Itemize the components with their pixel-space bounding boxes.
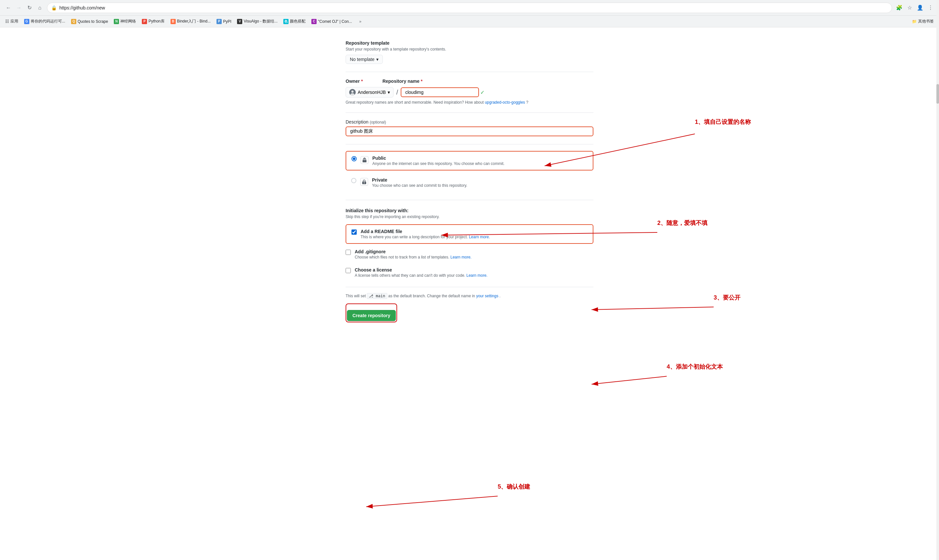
profile-button[interactable]: 👤 xyxy=(916,3,925,12)
license-text: Choose a license A license tells others … xyxy=(355,267,593,278)
template-section-title: Repository template xyxy=(346,40,593,46)
browser-toolbar: ← → ↻ ⌂ 🔒 https://github.com/new 🧩 ☆ 👤 ⋮ xyxy=(0,0,939,15)
bookmark-6-icon: P xyxy=(217,19,222,24)
bookmark-9[interactable]: C "Comet OJ" | Con... xyxy=(309,18,354,25)
svg-point-1 xyxy=(351,91,354,93)
reload-button[interactable]: ↻ xyxy=(25,3,34,12)
readme-checkbox[interactable] xyxy=(351,229,357,235)
bookmark-6[interactable]: P PyPI xyxy=(214,18,234,25)
page-content: Repository template Start your repositor… xyxy=(0,28,939,560)
init-section: Initialize this repository with: Skip th… xyxy=(346,208,593,322)
gitignore-title: Add .gitignore xyxy=(355,249,593,254)
bookmark-3[interactable]: N 神经网络 xyxy=(111,17,139,25)
readme-option[interactable]: Add a README file This is where you can … xyxy=(346,224,593,244)
gitignore-text: Add .gitignore Choose which files not to… xyxy=(355,249,593,260)
repo-hint-text: Great repository names are short and mem… xyxy=(346,100,593,105)
create-repository-button[interactable]: Create repository xyxy=(347,310,396,321)
bookmark-1-icon: G xyxy=(24,19,29,24)
bookmark-2[interactable]: Q Quotes to Scrape xyxy=(68,18,111,25)
divider-2 xyxy=(346,112,593,113)
bookmark-6-label: PyPI xyxy=(223,19,231,24)
license-checkbox[interactable] xyxy=(346,268,351,273)
owner-chevron-icon: ▾ xyxy=(388,90,390,95)
scrollbar[interactable] xyxy=(936,0,939,560)
description-label: Description (optional) xyxy=(346,119,593,125)
template-btn-label: No template xyxy=(350,57,374,62)
bookmark-8-label: 颜色搭配 xyxy=(290,18,305,24)
bookmarks-bar: ☷ 应用 G 将你的代码运行可... Q Quotes to Scrape N … xyxy=(0,15,939,28)
folder-icon: 📁 xyxy=(912,19,917,24)
gitignore-checkbox[interactable] xyxy=(346,250,351,255)
star-button[interactable]: ☆ xyxy=(905,3,914,12)
readme-learn-more[interactable]: Learn more. xyxy=(469,235,490,239)
owner-label: Owner * xyxy=(346,78,363,84)
bookmark-5[interactable]: B Binder入门 - Bind... xyxy=(168,17,213,25)
bookmark-5-icon: B xyxy=(171,19,176,24)
owner-dropdown[interactable]: AndersonHJB ▾ xyxy=(346,87,394,97)
private-radio[interactable] xyxy=(351,178,356,183)
template-section-subtitle: Start your repository with a template re… xyxy=(346,47,593,51)
repo-label: Repository name * xyxy=(382,78,423,84)
gitignore-option[interactable]: Add .gitignore Choose which files not to… xyxy=(346,246,593,262)
bookmarks-more[interactable]: » xyxy=(357,18,364,25)
bookmark-3-icon: N xyxy=(114,19,119,24)
owner-section: Owner * Repository name * xyxy=(346,78,593,105)
divider-1 xyxy=(346,72,593,72)
public-radio[interactable] xyxy=(351,156,357,162)
bookmark-9-label: "Comet OJ" | Con... xyxy=(318,19,352,24)
license-title: Choose a license xyxy=(355,267,593,272)
public-desc: Anyone on the internet can see this repo… xyxy=(373,162,588,166)
bookmark-4-icon: P xyxy=(142,19,147,24)
menu-button[interactable]: ⋮ xyxy=(926,3,935,12)
bookmark-2-label: Quotes to Scrape xyxy=(78,19,108,24)
bookmark-4-label: Python库 xyxy=(148,18,164,24)
scrollbar-thumb[interactable] xyxy=(936,84,939,104)
private-option[interactable]: Private You choose who can see and commi… xyxy=(346,173,593,192)
bookmark-1[interactable]: G 将你的代码运行可... xyxy=(22,17,68,25)
back-button[interactable]: ← xyxy=(4,3,13,12)
public-option[interactable]: Public Anyone on the internet can see th… xyxy=(346,151,593,171)
settings-link[interactable]: your settings xyxy=(476,294,498,298)
description-input[interactable] xyxy=(346,126,593,136)
license-desc: A license tells others what they can and… xyxy=(355,273,593,278)
license-option[interactable]: Choose a license A license tells others … xyxy=(346,265,593,280)
bookmark-apps-label: 应用 xyxy=(11,18,18,24)
bookmark-3-label: 神经网络 xyxy=(120,18,136,24)
private-text: Private You choose who can see and commi… xyxy=(372,177,588,188)
divider-5 xyxy=(346,287,593,287)
bookmark-1-label: 将你的代码运行可... xyxy=(31,18,65,24)
private-icon xyxy=(360,178,368,186)
init-title: Initialize this repository with: xyxy=(346,208,593,213)
init-subtitle: Skip this step if you're importing an ex… xyxy=(346,214,593,219)
address-bar[interactable]: 🔒 https://github.com/new xyxy=(47,3,892,13)
main-branch-code: ⎇ main xyxy=(367,293,387,299)
svg-point-7 xyxy=(364,183,365,183)
template-dropdown-button[interactable]: No template ▾ xyxy=(346,55,383,64)
owner-name: AndersonHJB xyxy=(358,90,386,95)
gitignore-learn-more[interactable]: Learn more. xyxy=(450,255,471,260)
owner-repo-row: AndersonHJB ▾ / ✓ xyxy=(346,87,593,97)
bookmark-apps[interactable]: ☷ 应用 xyxy=(3,17,21,25)
optional-text: (optional) xyxy=(370,120,386,125)
bookmark-7[interactable]: V VisuAlgo - 数据结... xyxy=(234,17,280,25)
public-title: Public xyxy=(373,155,588,161)
bookmark-7-icon: V xyxy=(237,19,242,24)
forward-button[interactable]: → xyxy=(14,3,23,12)
owner-avatar xyxy=(349,89,356,95)
bookmark-4[interactable]: P Python库 xyxy=(139,17,167,25)
bookmark-folder[interactable]: 📁 其他书签 xyxy=(909,17,936,25)
gitignore-desc: Choose which files not to track from a l… xyxy=(355,255,593,260)
create-btn-wrapper: Create repository xyxy=(346,303,397,322)
license-learn-more[interactable]: Learn more. xyxy=(466,273,488,278)
page-wrapper: Repository template Start your repositor… xyxy=(0,28,939,560)
url-text: https://github.com/new xyxy=(59,5,888,11)
extensions-button[interactable]: 🧩 xyxy=(895,3,904,12)
suggestion-link[interactable]: upgraded-octo-goggles xyxy=(485,100,525,105)
repo-name-input[interactable] xyxy=(401,87,479,97)
bookmark-8[interactable]: 色 颜色搭配 xyxy=(281,17,308,25)
private-title: Private xyxy=(372,177,588,183)
visibility-section: Public Anyone on the internet can see th… xyxy=(346,151,593,192)
home-button[interactable]: ⌂ xyxy=(35,3,44,12)
public-icon xyxy=(360,156,368,164)
bookmark-7-label: VisuAlgo - 数据结... xyxy=(243,18,277,24)
